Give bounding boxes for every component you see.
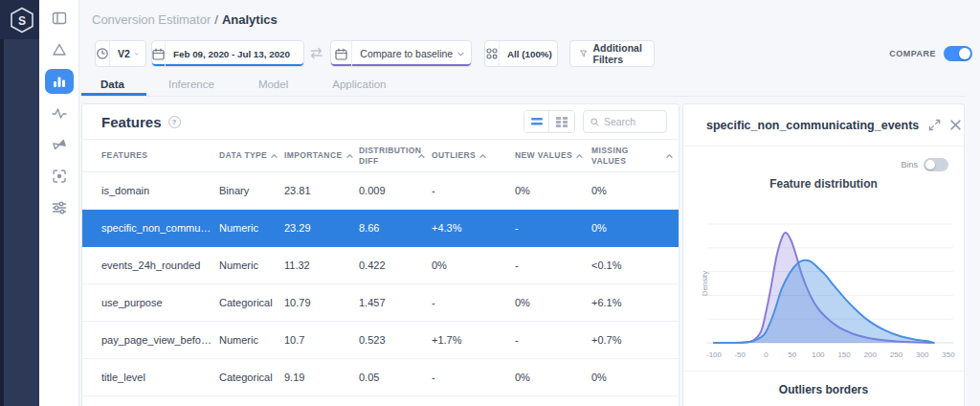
grid-view-button[interactable] [549, 111, 574, 132]
segments-icon [485, 41, 500, 66]
cell-feature: events_24h_rounded [101, 259, 219, 271]
cell-outliers: - [432, 185, 515, 196]
toggle-knob [925, 160, 935, 169]
filter-funnel-icon [580, 48, 587, 59]
bins-toggle-group: Bins [901, 158, 948, 171]
cell-feature: specific_non_communicating_... [101, 222, 219, 234]
cell-missing_values: 0% [591, 185, 679, 196]
table-row[interactable]: use_purposeCategorical10.791.457-0%+6.1% [82, 284, 679, 322]
cell-new_values: 0% [515, 297, 591, 308]
search-icon [590, 117, 599, 127]
cell-outliers: - [432, 372, 515, 383]
tab-application[interactable]: Application [310, 73, 408, 96]
icon-rail [39, 0, 79, 406]
cell-data_type: Numeric [219, 222, 284, 234]
segment-value: All (100%) [500, 49, 557, 59]
column-header-outliers[interactable]: OUTLIERS [432, 150, 515, 160]
focus-target-icon [52, 169, 67, 184]
tab-model[interactable]: Model [236, 73, 310, 96]
svg-text:0: 0 [764, 350, 768, 359]
svg-text:Density: Density [702, 271, 709, 297]
cell-new_values: 0% [515, 185, 591, 196]
cell-distribution_diff: 8.66 [359, 222, 432, 234]
cell-importance: 10.7 [284, 334, 359, 346]
page-title: Analytics [222, 12, 278, 27]
cell-data_type: Numeric [219, 334, 284, 346]
compare-toggle[interactable] [944, 46, 972, 61]
column-header-importance[interactable]: IMPORTANCE [284, 150, 359, 160]
sidebar-item-analytics[interactable] [39, 65, 79, 97]
features-panel: Features ? FEATURE [81, 103, 679, 406]
cell-importance: 23.81 [284, 185, 359, 196]
search-input[interactable] [604, 116, 659, 127]
svg-text:-100: -100 [706, 350, 723, 359]
tab-data[interactable]: Data [81, 73, 146, 96]
sidebar-item-activity[interactable] [39, 97, 79, 128]
breadcrumb: Conversion Estimator/Analytics [92, 12, 278, 27]
cell-feature: use_purpose [101, 297, 219, 308]
segment-select[interactable]: All (100%) [484, 40, 558, 67]
search-box [583, 110, 667, 133]
date-range-value: Feb 09, 2020 - Jul 13, 2020 [166, 49, 295, 59]
sidebar-item-alerts[interactable] [39, 34, 79, 65]
svg-text:100: 100 [812, 350, 825, 359]
compare-baseline-select[interactable]: Compare to baseline [330, 40, 472, 67]
sidebar-item-focus[interactable] [39, 160, 79, 192]
sidebar-item-projects[interactable] [39, 2, 79, 34]
table-row[interactable]: title_levelCategorical9.190.05-0%0% [82, 359, 679, 396]
app-logo[interactable]: S [0, 0, 39, 39]
table-row[interactable]: is_domainBinary23.810.009-0%0% [82, 172, 679, 210]
column-header-distribution-diff[interactable]: DISTRIBUTION DIFF [359, 146, 432, 165]
sidebar-item-settings[interactable] [39, 192, 79, 223]
date-range-select[interactable]: Feb 09, 2020 - Jul 13, 2020 [151, 40, 304, 67]
cell-distribution_diff: 1.457 [359, 297, 432, 308]
sidebar-item-drift[interactable] [39, 128, 79, 160]
detail-panel-header: specific_non_communicating_events [683, 104, 964, 147]
help-icon[interactable]: ? [168, 116, 181, 128]
features-panel-header: Features ? [82, 104, 679, 140]
feature-distribution-chart: Density-100-50050100150200250300350 [702, 200, 959, 365]
sort-caret-icon [271, 154, 278, 158]
brand-column: S [0, 0, 39, 406]
outliers-section-title: Outliers borders [683, 383, 964, 396]
version-select[interactable]: V2 [95, 40, 146, 67]
svg-text:300: 300 [916, 350, 929, 359]
cell-new_values: 0% [515, 372, 591, 383]
compare-baseline-value: Compare to baseline [352, 48, 457, 59]
cell-outliers: 0% [432, 259, 515, 271]
chevron-down-icon [135, 52, 139, 56]
cell-new_values: - [515, 334, 591, 346]
svg-text:350: 350 [942, 350, 955, 359]
detail-panel-title: specific_non_communicating_events [706, 119, 919, 132]
feature-detail-panel: specific_non_communicating_events Bins F… [682, 103, 965, 406]
cell-feature: pay_page_view_before_su [101, 334, 219, 346]
breadcrumb-parent[interactable]: Conversion Estimator [92, 12, 211, 27]
column-header-new-values[interactable]: NEW VALUES [515, 150, 591, 160]
cell-distribution_diff: 0.523 [359, 334, 432, 346]
expand-button[interactable] [928, 119, 941, 131]
swap-arrows-icon[interactable] [309, 47, 323, 59]
table-row[interactable]: pay_page_view_before_suNumeric10.70.523+… [82, 322, 679, 359]
table-row[interactable]: specific_non_communicating_...Numeric23.… [82, 210, 679, 247]
additional-filters-button[interactable]: Additional Filters [569, 40, 655, 67]
chevron-down-icon [295, 52, 297, 56]
history-clock-icon [96, 41, 110, 66]
expand-icon [928, 119, 941, 131]
list-view-button[interactable] [524, 111, 549, 132]
app-screen: S [0, 0, 980, 406]
bins-toggle[interactable] [924, 158, 948, 171]
close-button[interactable] [950, 120, 961, 130]
sort-caret-icon [479, 154, 486, 158]
table-row[interactable]: events_24h_roundedNumeric11.320.4220%-<0… [82, 247, 679, 284]
cell-missing_values: 0% [591, 372, 679, 383]
cell-importance: 9.19 [284, 372, 359, 383]
svg-text:-50: -50 [734, 350, 746, 359]
sort-caret-icon [418, 154, 425, 158]
activity-pulse-icon [52, 105, 67, 121]
cell-missing_values: 0% [591, 222, 679, 234]
bins-label: Bins [901, 160, 918, 169]
tab-inference[interactable]: Inference [146, 73, 236, 96]
column-header-data-type[interactable]: DATA TYPE [219, 150, 284, 160]
column-header-missing-values[interactable]: MISSING VALUES [591, 146, 679, 165]
x-axis-ticks: -100-50050100150200250300350 [706, 350, 955, 359]
